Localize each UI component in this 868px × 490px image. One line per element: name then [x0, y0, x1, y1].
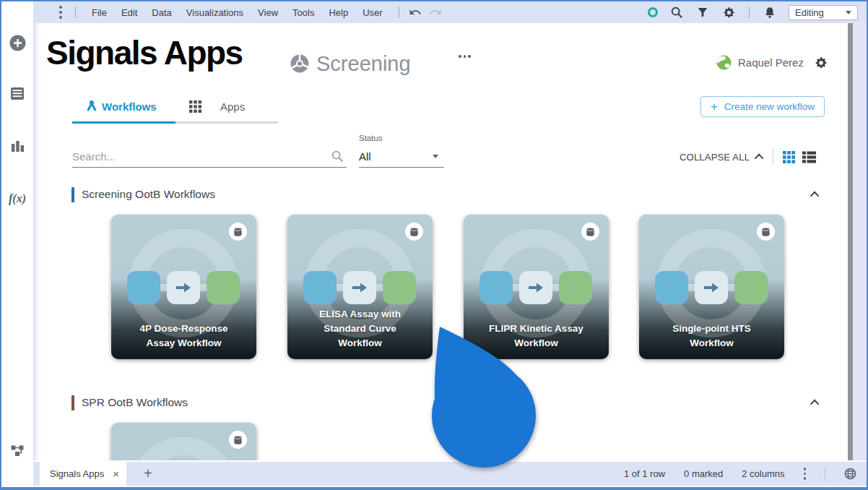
page-tab-strip: Signals Apps × + 1 of 1 row 0 marked 2 c…	[33, 462, 867, 486]
menu-edit[interactable]: Edit	[114, 7, 144, 18]
panel-splitter[interactable]	[848, 23, 853, 460]
workflow-card-title: FLIPR Kinetic Assay Workflow	[479, 322, 593, 351]
workflow-card-partial[interactable]	[111, 423, 256, 460]
database-cylinder-icon	[586, 227, 595, 237]
data-badge	[229, 223, 247, 241]
list-view-toggle[interactable]	[802, 151, 816, 163]
column-count: 2 columns	[742, 468, 784, 479]
menu-file[interactable]: File	[84, 7, 114, 18]
menu-bar: File Edit Data Visualizations View Tools…	[33, 1, 867, 23]
section-header-screening: Screening OotB Workflows	[71, 185, 828, 204]
workflow-node-input	[479, 271, 513, 304]
workflow-node-process	[343, 271, 376, 304]
workflow-node-output	[383, 271, 416, 304]
functions-icon[interactable]: f(x)	[1, 192, 33, 205]
user-name: Raquel Perez	[738, 56, 804, 69]
left-sidebar: f(x)	[1, 1, 33, 487]
workflow-card-title: ELISA Assay with Standard Curve Workflow	[303, 307, 417, 351]
database-cylinder-icon	[233, 227, 243, 237]
active-tab-underline	[72, 121, 175, 124]
data-canvas-icon[interactable]	[1, 442, 33, 458]
chevron-down-icon	[433, 155, 438, 158]
user-settings-gear-icon[interactable]	[815, 56, 828, 69]
create-new-workflow-button[interactable]: + Create new workflow	[700, 96, 825, 117]
database-cylinder-icon	[761, 227, 771, 237]
row-count: 1 of 1 row	[624, 468, 665, 479]
arrow-right-icon	[175, 283, 191, 293]
more-vertical-icon[interactable]	[804, 468, 807, 480]
menu-help[interactable]: Help	[321, 7, 355, 18]
workflow-node-process	[167, 271, 200, 304]
database-cylinder-icon	[233, 435, 243, 445]
workflow-card[interactable]: Single-point HTS Workflow	[639, 215, 784, 359]
mode-dropdown[interactable]: Editing	[789, 5, 858, 20]
workflow-node-process	[519, 271, 552, 304]
workflow-card-title: 4P Dose-Response Assay Workflow	[127, 322, 240, 351]
data-badge	[757, 223, 775, 241]
visualizations-icon[interactable]	[1, 139, 33, 152]
marked-count: 0 marked	[684, 468, 723, 479]
collapse-section-icon[interactable]	[810, 191, 820, 200]
menu-user[interactable]: User	[355, 7, 389, 18]
app-window: File Edit Data Visualizations View Tools…	[0, 0, 868, 490]
search-input[interactable]	[72, 146, 318, 167]
undo-icon[interactable]	[408, 5, 422, 20]
workflow-card[interactable]: ELISA Assay with Standard Curve Workflow	[287, 215, 433, 359]
collapse-all-button[interactable]: COLLAPSE ALL	[680, 152, 750, 163]
collapse-section-icon[interactable]	[810, 399, 820, 408]
status-filter-dropdown[interactable]: All	[359, 146, 444, 168]
workflow-card[interactable]: FLIPR Kinetic Assay Workflow	[464, 215, 609, 359]
close-icon[interactable]: ×	[113, 468, 119, 480]
more-options-icon[interactable]	[459, 55, 471, 58]
menu-tools[interactable]: Tools	[285, 7, 321, 18]
divider	[399, 7, 399, 18]
globe-avatar-icon	[716, 55, 732, 70]
user-chip[interactable]: Raquel Perez	[716, 55, 828, 70]
divider	[75, 7, 76, 18]
grid-view-toggle[interactable]	[783, 151, 795, 163]
tab-workflows[interactable]: Workflows	[102, 100, 157, 113]
live-indicator-icon	[648, 7, 658, 17]
mode-label: Editing	[795, 7, 824, 18]
search-icon	[331, 150, 344, 163]
divider	[773, 149, 773, 165]
document-title: Screening	[316, 52, 411, 76]
menu-data[interactable]: Data	[144, 7, 178, 18]
search-field	[72, 146, 347, 168]
arrow-right-icon	[528, 283, 544, 293]
redo-icon[interactable]	[428, 5, 443, 20]
workflow-node-input	[655, 271, 688, 304]
workflow-card[interactable]: 4P Dose-Response Assay Workflow	[111, 215, 256, 359]
tab-apps[interactable]: Apps	[220, 100, 245, 113]
analysis-file-icon	[290, 53, 310, 74]
bell-icon[interactable]	[763, 5, 777, 20]
workflow-card-title: Single-point HTS Workflow	[655, 322, 768, 351]
divider	[749, 7, 750, 18]
workflow-node-input	[303, 271, 337, 304]
workflow-node-output	[734, 271, 768, 304]
workflow-node-output	[559, 271, 592, 304]
menu-visualizations[interactable]: Visualizations	[179, 7, 251, 18]
section-title: Screening OotB Workflows	[82, 188, 215, 201]
data-table-icon[interactable]	[1, 87, 33, 100]
workflow-node-process	[695, 271, 728, 304]
arrow-right-icon	[703, 283, 719, 293]
page-tab-signals-apps[interactable]: Signals Apps ×	[40, 462, 126, 486]
menu-view[interactable]: View	[251, 7, 285, 18]
globe-icon[interactable]	[844, 468, 856, 480]
workflow-node-input	[127, 271, 160, 304]
page-tab-label: Signals Apps	[50, 468, 104, 479]
data-badge	[581, 223, 599, 241]
chevron-down-icon	[846, 11, 851, 14]
section-header-spr: SPR OotB Workflows	[71, 393, 828, 412]
filter-icon[interactable]	[695, 5, 710, 20]
add-visualization-icon[interactable]	[1, 35, 33, 51]
status-filter-label: Status	[359, 134, 383, 142]
apps-tab-icon	[189, 100, 201, 113]
more-vertical-icon[interactable]	[55, 6, 66, 19]
page-title: Signals Apps	[46, 33, 243, 72]
new-page-button[interactable]: +	[144, 465, 152, 482]
gear-icon[interactable]	[721, 5, 736, 20]
search-icon[interactable]	[669, 5, 684, 20]
section-accent-bar	[71, 395, 74, 411]
